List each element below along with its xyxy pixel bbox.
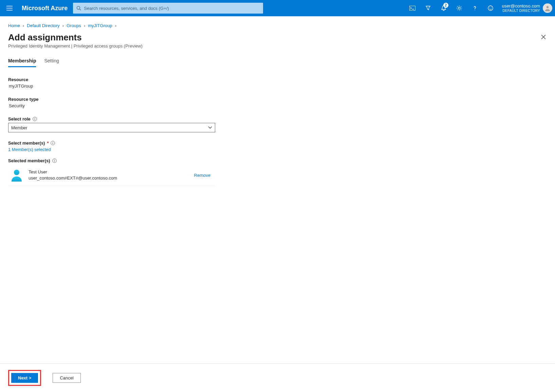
- select-members-label: Select member(s) *: [8, 141, 215, 146]
- breadcrumb-groups[interactable]: Groups: [67, 23, 81, 28]
- member-info: Test User user_contoso.com#EXT#@user.con…: [29, 169, 189, 181]
- field-select-members: Select member(s) * 1 Member(s) selected: [8, 141, 215, 152]
- tab-setting[interactable]: Setting: [44, 56, 59, 67]
- next-highlight: Next >: [8, 370, 41, 386]
- breadcrumb: Home › Default Directory › Groups › myJI…: [8, 23, 547, 28]
- info-icon[interactable]: [52, 158, 57, 163]
- user-icon: [10, 168, 24, 182]
- svg-point-14: [54, 160, 55, 160]
- member-row: Test User user_contoso.com#EXT#@user.con…: [8, 165, 215, 186]
- chevron-down-icon: [208, 126, 212, 129]
- resource-value: myJITGroup: [8, 83, 215, 89]
- svg-point-11: [53, 142, 53, 143]
- footer: Next > Cancel: [0, 363, 555, 392]
- chevron-right-icon: ›: [62, 23, 64, 28]
- select-role-label: Select role: [8, 116, 215, 122]
- hamburger-icon: [6, 6, 13, 11]
- field-selected-members: Selected member(s) Test User user_contos…: [8, 158, 215, 186]
- person-icon: [544, 5, 551, 12]
- close-icon: [541, 34, 546, 40]
- svg-point-2: [458, 7, 460, 9]
- remove-member-link[interactable]: Remove: [194, 173, 215, 178]
- feedback-button[interactable]: [484, 1, 497, 15]
- svg-rect-12: [53, 143, 53, 144]
- settings-button[interactable]: [452, 1, 466, 15]
- required-indicator: *: [47, 141, 49, 146]
- notifications-button[interactable]: 2: [437, 1, 450, 15]
- search-wrap: [73, 3, 263, 14]
- user-directory: DEFAULT DIRECTORY: [502, 9, 540, 13]
- form: Resource myJITGroup Resource type Securi…: [8, 77, 215, 186]
- selected-members-label: Selected member(s): [8, 158, 215, 163]
- svg-rect-15: [54, 161, 54, 162]
- hamburger-menu-button[interactable]: [3, 1, 16, 15]
- field-resource-type: Resource type Security: [8, 97, 215, 108]
- search-icon: [76, 6, 81, 11]
- field-select-role: Select role Member: [8, 116, 215, 132]
- svg-rect-9: [35, 119, 35, 120]
- svg-rect-1: [409, 6, 415, 11]
- gear-icon: [456, 5, 462, 11]
- top-bar: Microsoft Azure 2 user@contoso.com: [0, 0, 555, 16]
- breadcrumb-group[interactable]: myJITGroup: [88, 23, 112, 28]
- cloud-shell-icon: [409, 6, 415, 11]
- svg-point-5: [491, 7, 492, 8]
- svg-point-16: [14, 170, 19, 175]
- svg-point-6: [547, 6, 549, 8]
- page-title: Add assignments: [8, 32, 143, 43]
- resource-label: Resource: [8, 77, 215, 82]
- search-box[interactable]: [73, 3, 263, 14]
- filter-icon: [425, 5, 431, 11]
- user-block[interactable]: user@contoso.com DEFAULT DIRECTORY: [499, 3, 552, 13]
- tabs: Membership Setting: [8, 56, 547, 68]
- chevron-right-icon: ›: [23, 23, 24, 28]
- resource-type-label: Resource type: [8, 97, 215, 102]
- info-icon[interactable]: [51, 141, 55, 145]
- main: Home › Default Directory › Groups › myJI…: [0, 16, 555, 363]
- next-button[interactable]: Next >: [11, 373, 38, 383]
- help-button[interactable]: [468, 1, 482, 15]
- smile-icon: [487, 5, 494, 11]
- user-text: user@contoso.com DEFAULT DIRECTORY: [502, 4, 540, 13]
- brand: Microsoft Azure: [20, 5, 69, 12]
- members-selected-link[interactable]: 1 Member(s) selected: [8, 147, 51, 152]
- svg-point-8: [34, 118, 35, 118]
- chevron-right-icon: ›: [84, 23, 85, 28]
- breadcrumb-home[interactable]: Home: [8, 23, 20, 28]
- directory-filter-button[interactable]: [421, 1, 435, 15]
- cloud-shell-button[interactable]: [406, 1, 419, 15]
- chevron-right-icon: ›: [115, 23, 116, 28]
- notification-badge: 2: [443, 3, 448, 8]
- member-email: user_contoso.com#EXT#@user.contoso.com: [29, 175, 189, 181]
- close-button[interactable]: [539, 32, 548, 42]
- avatar: [543, 3, 552, 13]
- breadcrumb-directory[interactable]: Default Directory: [27, 23, 60, 28]
- top-icons: 2 user@contoso.com DEFAULT DIRECTORY: [406, 1, 552, 15]
- svg-point-4: [489, 7, 490, 8]
- role-select-value: Member: [11, 125, 27, 130]
- tab-membership[interactable]: Membership: [8, 56, 36, 67]
- member-name: Test User: [29, 169, 189, 175]
- search-input[interactable]: [84, 6, 260, 11]
- page-subtitle: Privileged Identity Management | Privile…: [8, 43, 143, 49]
- svg-point-3: [488, 6, 493, 11]
- info-icon[interactable]: [33, 117, 37, 121]
- field-resource: Resource myJITGroup: [8, 77, 215, 89]
- role-select[interactable]: Member: [8, 123, 215, 132]
- cancel-button[interactable]: Cancel: [53, 373, 80, 383]
- resource-type-value: Security: [8, 103, 215, 108]
- user-email: user@contoso.com: [502, 4, 540, 9]
- help-icon: [472, 5, 478, 11]
- svg-point-0: [77, 6, 80, 10]
